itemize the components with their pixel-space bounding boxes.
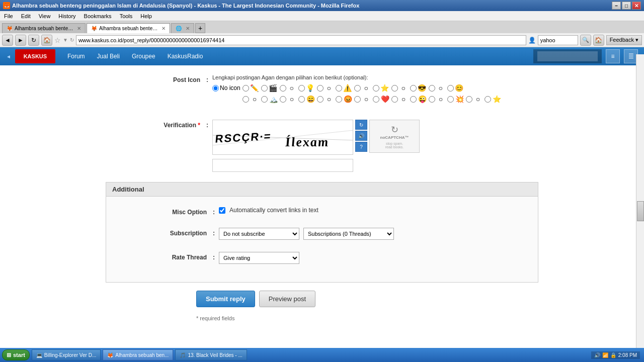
radio-icon-5-input[interactable] — [317, 85, 324, 92]
close-button[interactable]: ✕ — [632, 2, 641, 10]
tab-2-close[interactable]: ✕ — [162, 26, 166, 31]
radio-icon-r2-10[interactable]: 😜 — [410, 95, 427, 104]
radio-no-icon[interactable]: No icon — [212, 84, 240, 92]
radio-icon-5[interactable]: ○ — [317, 83, 334, 93]
bookmark-star[interactable]: ☆ — [54, 36, 61, 44]
radio-icon-r2-9-input[interactable] — [391, 96, 398, 103]
radio-icon-9-input[interactable] — [391, 85, 398, 92]
radio-icon-4[interactable]: 💡 — [298, 83, 315, 93]
tab-1[interactable]: 🦊 Alhambra sebuah benteng peninggalan I.… — [2, 23, 86, 33]
menu-tools[interactable]: Tools — [118, 13, 135, 19]
radio-no-icon-input[interactable] — [212, 85, 219, 92]
radio-icon-6[interactable]: ⚠️ — [336, 83, 352, 93]
radio-icon-r2-5-input[interactable] — [317, 96, 324, 103]
tab-3[interactable]: 🌐 ✕ — [171, 23, 194, 33]
radio-icon-1-input[interactable] — [243, 85, 249, 92]
kaskus-icon-btn1[interactable]: ≡ — [606, 49, 620, 63]
radio-icon-1[interactable]: ✏️ — [243, 83, 259, 93]
minimize-button[interactable]: – — [612, 2, 621, 10]
radio-icon-r2-7-input[interactable] — [354, 96, 361, 103]
captcha-help-button[interactable]: ? — [355, 142, 367, 152]
radio-icon-r2-4[interactable]: 😄 — [298, 95, 315, 104]
radio-icon-r2-6-input[interactable] — [336, 96, 342, 103]
captcha-audio-button[interactable]: 🔊 — [355, 131, 367, 141]
radio-icon-11-input[interactable] — [429, 85, 435, 92]
forward-button[interactable]: ► — [15, 35, 26, 46]
radio-icon-r2-8[interactable]: ❤️ — [373, 95, 389, 104]
radio-icon-4-input[interactable] — [298, 85, 305, 92]
new-tab-button[interactable]: + — [195, 23, 205, 33]
radio-icon-2-input[interactable] — [261, 85, 268, 92]
radio-icon-8[interactable]: ⭐ — [373, 83, 389, 93]
feedback-button[interactable]: Feedback ▾ — [606, 35, 642, 45]
preview-post-button[interactable]: Preview post — [259, 291, 315, 307]
radio-icon-r2-12-input[interactable] — [447, 96, 454, 103]
radio-icon-r2-13[interactable]: ○ — [466, 95, 482, 104]
subscription-select[interactable]: Do not subscribe Subscribe — [219, 228, 299, 240]
radio-icon-8-input[interactable] — [373, 85, 379, 92]
home-btn2[interactable]: 🏠 — [593, 35, 604, 46]
subscription-threads-select[interactable]: Subscriptions (0 Threads) — [303, 228, 394, 240]
radio-icon-r2-12[interactable]: 💥 — [447, 95, 464, 104]
radio-icon-r2-14-input[interactable] — [485, 96, 491, 103]
rate-thread-select[interactable]: Give rating 1 Star 2 Stars 3 Stars 4 Sta… — [219, 252, 299, 264]
submit-reply-button[interactable]: Submit reply — [196, 291, 255, 307]
menu-help[interactable]: Help — [138, 13, 154, 19]
menu-edit[interactable]: Edit — [19, 13, 33, 19]
menu-view[interactable]: View — [37, 13, 53, 19]
radio-icon-r2-10-input[interactable] — [410, 96, 417, 103]
scroll-thumb[interactable] — [637, 201, 644, 221]
radio-icon-10[interactable]: 😎 — [410, 83, 427, 93]
radio-icon-6-input[interactable] — [336, 85, 342, 92]
radio-icon-r2-6[interactable]: 😡 — [336, 95, 352, 104]
radio-icon-r2-1[interactable]: ○ — [243, 95, 259, 104]
radio-icon-r2-7[interactable]: ○ — [354, 95, 371, 104]
radio-icon-r2-2-input[interactable] — [261, 96, 268, 103]
nav-kaskusradio[interactable]: KaskusRadio — [162, 47, 209, 65]
radio-icon-r2-11-input[interactable] — [429, 96, 435, 103]
radio-icon-r2-11[interactable]: ○ — [429, 95, 445, 104]
kaskus-logo[interactable]: KASKUS — [15, 49, 55, 63]
radio-icon-3-input[interactable] — [280, 85, 286, 92]
captcha-text-input[interactable] — [212, 159, 353, 172]
tab-3-close[interactable]: ✕ — [186, 26, 190, 31]
radio-icon-r2-13-input[interactable] — [466, 96, 472, 103]
radio-icon-r2-3[interactable]: ○ — [280, 95, 296, 104]
menu-bookmarks[interactable]: Bookmarks — [82, 13, 114, 19]
scrollbar[interactable] — [636, 54, 644, 331]
radio-icon-7-input[interactable] — [354, 85, 361, 92]
back-button[interactable]: ◄ — [2, 35, 13, 46]
reload-button[interactable]: ↻ — [28, 35, 39, 46]
radio-icon-r2-2[interactable]: 🏔️ — [261, 95, 278, 104]
search-button[interactable]: 🔍 — [580, 35, 591, 46]
radio-icon-2[interactable]: 🎬 — [261, 83, 278, 93]
address-input[interactable] — [76, 35, 526, 45]
kaskus-search-input[interactable] — [537, 51, 598, 61]
maximize-button[interactable]: □ — [622, 2, 631, 10]
radio-icon-9[interactable]: ○ — [391, 83, 408, 93]
radio-icon-r2-3-input[interactable] — [280, 96, 286, 103]
nav-groupee[interactable]: Groupee — [126, 47, 162, 65]
home-button[interactable]: 🏠 — [41, 35, 52, 46]
radio-icon-12[interactable]: 😊 — [447, 83, 464, 93]
radio-icon-r2-9[interactable]: ○ — [391, 95, 408, 104]
radio-icon-r2-5[interactable]: ○ — [317, 95, 334, 104]
radio-icon-7[interactable]: ○ — [354, 83, 371, 93]
tab-2[interactable]: 🦊 Alhambra sebuah benteng peninggalan I.… — [87, 23, 170, 33]
captcha-refresh-button[interactable]: ↻ — [355, 120, 367, 130]
radio-icon-11[interactable]: ○ — [429, 83, 445, 93]
radio-icon-r2-8-input[interactable] — [373, 96, 379, 103]
menu-file[interactable]: File — [2, 13, 15, 19]
radio-icon-10-input[interactable] — [410, 85, 417, 92]
radio-icon-3[interactable]: ○ — [280, 83, 296, 93]
radio-icon-r2-4-input[interactable] — [298, 96, 305, 103]
nav-forum[interactable]: Forum — [61, 47, 91, 65]
search-input[interactable] — [538, 35, 578, 45]
nav-jualbeli[interactable]: Jual Beli — [91, 47, 126, 65]
radio-icon-r2-1-input[interactable] — [243, 96, 249, 103]
auto-convert-checkbox[interactable] — [219, 207, 225, 214]
menu-history[interactable]: History — [56, 13, 77, 19]
radio-icon-12-input[interactable] — [447, 85, 454, 92]
tab-1-close[interactable]: ✕ — [77, 26, 81, 31]
radio-icon-r2-14[interactable]: ⭐ — [485, 95, 501, 104]
